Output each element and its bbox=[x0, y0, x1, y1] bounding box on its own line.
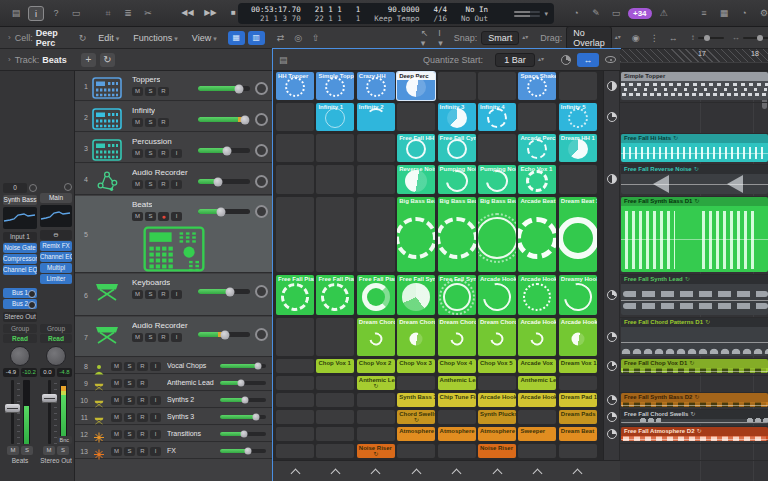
track-header-keyboards[interactable]: 6KeyboardsMSRI bbox=[75, 274, 273, 316]
empty-cell-slot[interactable] bbox=[316, 393, 354, 407]
region-free-fall-synth-bass-d2[interactable]: Free Fall Synth Bass D2↻ bbox=[621, 393, 768, 407]
volume-slider[interactable] bbox=[220, 364, 266, 368]
bounce-button[interactable]: Bnc bbox=[57, 436, 72, 444]
cell-chop-vox-1[interactable]: Chop Vox 1 bbox=[316, 359, 354, 373]
eq-thumbnail[interactable] bbox=[40, 205, 72, 227]
input-monitor-button[interactable]: I bbox=[150, 362, 161, 371]
volume-slider[interactable] bbox=[198, 86, 250, 91]
group-slot[interactable]: Group bbox=[3, 324, 37, 333]
solo-button[interactable]: S bbox=[145, 212, 156, 221]
cell-arcade-perc-1[interactable]: Arcade Perc 1 bbox=[518, 134, 556, 162]
track-header-beats[interactable]: 5BeatsMS●I bbox=[75, 196, 273, 273]
empty-cell-slot[interactable] bbox=[276, 165, 314, 194]
eq-thumbnail[interactable] bbox=[3, 207, 37, 229]
insert-channel-eq[interactable]: Channel EQ bbox=[40, 252, 72, 262]
freeze-value[interactable]: 0 bbox=[3, 183, 27, 193]
pan-knob[interactable] bbox=[255, 82, 268, 95]
empty-cell-slot[interactable] bbox=[316, 410, 354, 424]
mute-button[interactable]: M bbox=[111, 396, 122, 405]
cell-dream-chord-1[interactable]: Dream Chord 1 bbox=[357, 318, 395, 356]
quick-help-icon[interactable]: ? bbox=[48, 6, 64, 21]
cell-free-fall-hh[interactable]: Free Fall HH bbox=[397, 134, 435, 162]
alert-icon[interactable]: ⚠ bbox=[656, 6, 672, 21]
grid-menu-icon[interactable]: ▤ bbox=[279, 55, 288, 65]
track-header-transitions[interactable]: 12MSRITransitions bbox=[75, 426, 273, 442]
fader-thumb[interactable] bbox=[42, 394, 57, 403]
cell-arcade-hook-1[interactable]: Arcade Hook 1 bbox=[478, 393, 516, 407]
cell-progress-icon[interactable] bbox=[607, 112, 617, 122]
volume-slider[interactable] bbox=[198, 332, 250, 337]
cell-arcade-beat-1[interactable]: Arcade Beat 1 bbox=[518, 197, 556, 272]
inspector-icon[interactable]: i bbox=[28, 6, 44, 21]
volume-slider-knob[interactable] bbox=[237, 380, 244, 387]
empty-cell-slot[interactable] bbox=[438, 410, 476, 424]
empty-cell-slot[interactable] bbox=[559, 165, 597, 194]
pointer-tool-menu[interactable]: ↖ ▾ bbox=[421, 28, 429, 48]
cell-atmosphere-2[interactable]: Atmosphere 2 bbox=[438, 427, 476, 441]
peak-value[interactable]: -10.2 bbox=[21, 368, 37, 377]
performance-mode-button[interactable]: ↔ bbox=[577, 53, 599, 67]
volume-slider-knob[interactable] bbox=[217, 207, 226, 216]
empty-cell-slot[interactable] bbox=[518, 103, 556, 131]
empty-cell-slot[interactable] bbox=[276, 134, 314, 162]
toolbar-icon[interactable]: ▭ bbox=[68, 6, 84, 21]
cell-space-shakers[interactable]: Space Shakers bbox=[518, 72, 556, 100]
region-free-fall-synth-bass-d1[interactable]: Free Fall Synth Bass D1↻ bbox=[621, 197, 768, 272]
track-header-audio-recorder[interactable]: 7Audio RecorderMSRI bbox=[75, 317, 273, 357]
mixer-icon[interactable]: ≣ bbox=[120, 6, 136, 21]
browsers-icon[interactable]: ▦ bbox=[716, 6, 732, 21]
mute-button[interactable]: M bbox=[7, 446, 19, 455]
forward-button[interactable]: ▶▶ bbox=[201, 5, 220, 21]
empty-cell-slot[interactable] bbox=[438, 444, 476, 458]
pencil-icon[interactable]: ✎ bbox=[588, 6, 604, 21]
cell-crazy-hh[interactable]: Crazy HH bbox=[357, 72, 395, 100]
track-header-anthemic-lead[interactable]: 9MSRAnthemic Lead bbox=[75, 375, 273, 391]
scene-trigger-4[interactable]: 4 bbox=[397, 463, 435, 480]
lcd-display[interactable]: 00:53:17.70 21 1 3 70 21 1 1 22 1 1 1 1 … bbox=[238, 3, 554, 24]
mute-button[interactable]: M bbox=[111, 413, 122, 422]
cell-noise-riser[interactable]: Noise Riser↻ bbox=[357, 444, 395, 458]
input-monitor-button[interactable]: I bbox=[171, 333, 182, 342]
empty-cell-slot[interactable] bbox=[357, 165, 395, 194]
loop-browser-icon[interactable]: ↻ bbox=[79, 33, 87, 43]
solo-button[interactable]: S bbox=[145, 333, 156, 342]
empty-cell-slot[interactable] bbox=[276, 318, 314, 356]
volume-slider-knob[interactable] bbox=[240, 431, 247, 438]
track-header-percussion[interactable]: 3PercussionMSRI bbox=[75, 133, 273, 163]
input-slot[interactable]: Input 1 bbox=[3, 232, 37, 242]
volume-slider-knob[interactable] bbox=[222, 146, 231, 155]
region-free-fall-chord-patterns-d1[interactable]: Free Fall Chord Patterns D1↻ bbox=[621, 318, 768, 356]
settings-icon[interactable]: ⚙ bbox=[756, 6, 768, 21]
solo-button[interactable]: S bbox=[57, 446, 69, 455]
automation-mode[interactable]: Read bbox=[40, 334, 72, 343]
snap-menu[interactable]: Snap: Smart ▴▾ bbox=[454, 31, 529, 45]
volume-slider-knob[interactable] bbox=[242, 397, 249, 404]
cell-progress-icon[interactable] bbox=[607, 290, 617, 300]
volume-slider[interactable] bbox=[220, 381, 266, 385]
scene-trigger-3[interactable]: 3 bbox=[357, 463, 395, 480]
volume-value[interactable]: 0.0 bbox=[40, 368, 55, 377]
mute-button[interactable]: M bbox=[132, 118, 143, 127]
cell-big-bass-beat-1[interactable]: Big Bass Beat 1 bbox=[397, 197, 435, 272]
crossfade-icon[interactable]: ⇄ bbox=[277, 33, 285, 43]
record-enable-button[interactable]: R bbox=[158, 87, 169, 96]
cell-dream-hh-1[interactable]: Dream HH 1 bbox=[559, 134, 597, 162]
gain-knob-icon[interactable] bbox=[64, 183, 72, 191]
collaboration-badge[interactable]: +34 bbox=[628, 8, 652, 19]
record-enable-button[interactable]: R bbox=[137, 362, 148, 371]
region-free-fall-synth-lead[interactable]: Free Fall Synth Lead↻ bbox=[621, 275, 768, 315]
input-monitor-button[interactable]: I bbox=[171, 290, 182, 299]
autozoom-icon[interactable]: ◉ bbox=[632, 33, 640, 43]
empty-cell-slot[interactable] bbox=[397, 376, 435, 390]
record-enable-button[interactable]: R bbox=[137, 447, 148, 456]
record-enable-button[interactable]: R bbox=[137, 379, 148, 388]
track-header-audio-recorder[interactable]: 4Audio RecorderMSRI bbox=[75, 164, 273, 195]
record-enable-button[interactable]: R bbox=[158, 180, 169, 189]
empty-cell-slot[interactable] bbox=[316, 376, 354, 390]
empty-cell-slot[interactable] bbox=[478, 376, 516, 390]
mute-button[interactable]: M bbox=[132, 333, 143, 342]
track-header-vocal-chops[interactable]: 8MSRIVocal Chops bbox=[75, 358, 273, 374]
automation-mode[interactable]: Read bbox=[3, 334, 37, 343]
cell-dreamy-hook-1[interactable]: Dreamy Hook 1 bbox=[559, 275, 597, 315]
volume-slider[interactable] bbox=[198, 148, 250, 153]
